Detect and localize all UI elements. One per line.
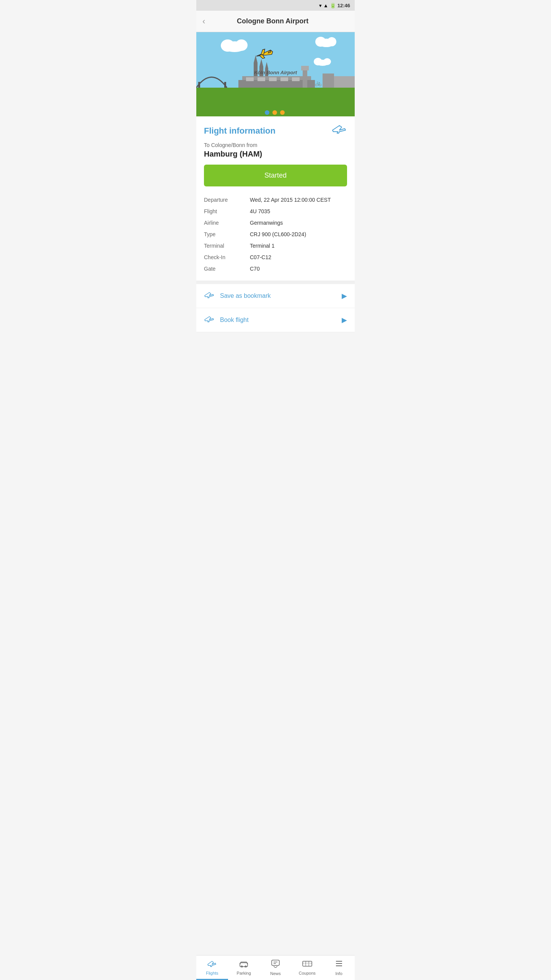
subtitle-label: To Cologne/Bonn from xyxy=(204,142,347,148)
detail-row: Flight4U 7035 xyxy=(204,206,347,217)
flight-details: DepartureWed, 22 Apr 2015 12:00:00 CESTF… xyxy=(204,194,347,274)
started-button[interactable]: Started xyxy=(204,165,347,186)
save-bookmark-left: Save as bookmark xyxy=(204,291,271,301)
nav-item-news[interactable]: News xyxy=(260,956,292,980)
detail-value: C70 xyxy=(250,266,260,272)
main-content: Flight information To Cologne/Bonn from … xyxy=(196,116,355,332)
detail-value: Germanwings xyxy=(250,220,283,226)
nav-item-coupons[interactable]: Coupons xyxy=(291,956,323,980)
detail-value: Terminal 1 xyxy=(250,243,275,249)
coupons-icon xyxy=(302,960,313,970)
svg-point-7 xyxy=(327,37,336,46)
parking-label: Parking xyxy=(237,971,251,975)
detail-row: AirlineGermanwings xyxy=(204,217,347,229)
bookmark-plane-icon xyxy=(204,291,215,301)
svg-text:🚲: 🚲 xyxy=(315,80,322,87)
svg-rect-28 xyxy=(323,74,334,88)
bottom-nav: Flights Parking News xyxy=(196,955,355,980)
svg-rect-29 xyxy=(334,76,355,88)
book-flight-plane-icon xyxy=(204,315,215,325)
nav-item-flights[interactable]: Flights xyxy=(196,956,228,980)
svg-point-9 xyxy=(314,58,322,65)
flight-info-section: Flight information To Cologne/Bonn from … xyxy=(196,116,355,281)
detail-label: Terminal xyxy=(204,243,250,249)
nav-item-info[interactable]: Info xyxy=(323,956,355,980)
page-content: Flight information To Cologne/Bonn from … xyxy=(196,116,355,374)
detail-row: TerminalTerminal 1 xyxy=(204,240,347,252)
detail-row: TypeCRJ 900 (CL600-2D24) xyxy=(204,229,347,240)
svg-rect-12 xyxy=(224,82,226,88)
news-label: News xyxy=(270,971,281,976)
detail-label: Gate xyxy=(204,266,250,272)
svg-point-6 xyxy=(315,37,326,47)
coupons-label: Coupons xyxy=(299,971,316,975)
detail-label: Flight xyxy=(204,208,250,214)
svg-point-33 xyxy=(272,110,277,115)
detail-label: Airline xyxy=(204,220,250,226)
nav-item-parking[interactable]: Parking xyxy=(228,956,260,980)
save-bookmark-link[interactable]: Save as bookmark ▶ xyxy=(196,284,355,308)
parking-icon xyxy=(239,960,249,970)
status-icons: ▾ ▲ 🔋 12:46 xyxy=(319,3,350,8)
svg-rect-24 xyxy=(280,77,288,81)
svg-point-3 xyxy=(221,39,235,52)
book-flight-link[interactable]: Book flight ▶ xyxy=(196,308,355,332)
svg-rect-11 xyxy=(198,82,200,88)
section-title: Flight information xyxy=(204,126,276,136)
detail-label: Departure xyxy=(204,197,250,203)
airport-name: Hamburg (HAM) xyxy=(204,150,347,158)
detail-label: Type xyxy=(204,231,250,237)
news-icon xyxy=(271,959,280,970)
svg-point-34 xyxy=(280,110,285,115)
status-time: 12:46 xyxy=(337,3,350,8)
flights-icon xyxy=(207,960,217,970)
svg-rect-23 xyxy=(269,77,277,81)
back-button[interactable]: ‹ xyxy=(202,16,205,26)
status-bar: ▾ ▲ 🔋 12:46 xyxy=(196,0,355,11)
battery-icon: 🔋 xyxy=(330,3,336,8)
svg-point-10 xyxy=(323,58,331,65)
detail-value: C07-C12 xyxy=(250,254,271,260)
svg-rect-27 xyxy=(301,66,309,70)
flight-info-icon xyxy=(332,124,347,137)
flights-label: Flights xyxy=(206,971,218,975)
svg-point-4 xyxy=(235,39,248,51)
wifi-icon: ▾ xyxy=(319,3,322,8)
svg-point-32 xyxy=(265,110,269,115)
detail-row: Check-InC07-C12 xyxy=(204,252,347,263)
app-header: ‹ Cologne Bonn Airport xyxy=(196,11,355,32)
detail-row: GateC70 xyxy=(204,263,347,274)
info-icon xyxy=(334,959,344,970)
svg-rect-21 xyxy=(246,77,254,81)
save-bookmark-text: Save as bookmark xyxy=(220,292,271,299)
svg-rect-25 xyxy=(292,77,300,81)
header-title: Cologne Bonn Airport xyxy=(210,17,336,25)
save-bookmark-arrow: ▶ xyxy=(342,292,347,300)
svg-rect-41 xyxy=(303,961,312,966)
book-flight-left: Book flight xyxy=(204,315,249,325)
detail-label: Check-In xyxy=(204,254,250,260)
hero-banner: Köln Bonn Airport 🚲 xyxy=(196,32,355,116)
book-flight-text: Book flight xyxy=(220,317,249,323)
detail-row: DepartureWed, 22 Apr 2015 12:00:00 CEST xyxy=(204,194,347,206)
section-divider xyxy=(196,281,355,284)
detail-value: 4U 7035 xyxy=(250,208,270,214)
svg-rect-22 xyxy=(258,77,265,81)
detail-value: Wed, 22 Apr 2015 12:00:00 CEST xyxy=(250,197,331,203)
detail-value: CRJ 900 (CL600-2D24) xyxy=(250,231,306,237)
section-header: Flight information xyxy=(204,124,347,137)
book-flight-arrow: ▶ xyxy=(342,316,347,324)
svg-text:Köln Bonn Airport: Köln Bonn Airport xyxy=(254,70,297,75)
info-label: Info xyxy=(335,971,342,976)
signal-icon: ▲ xyxy=(323,3,328,8)
svg-rect-38 xyxy=(272,960,279,965)
